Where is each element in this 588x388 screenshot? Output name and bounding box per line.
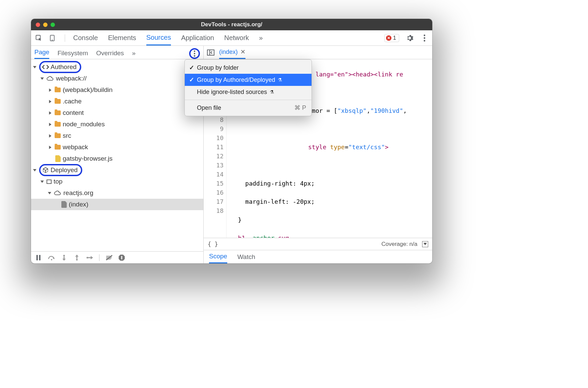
- tree-file-gatsby[interactable]: gatsby-browser.js: [31, 153, 203, 164]
- error-count: 1: [393, 35, 396, 41]
- svg-rect-10: [39, 255, 40, 260]
- step-out-icon[interactable]: [74, 254, 80, 261]
- tree-group-deployed[interactable]: Deployed: [31, 164, 203, 176]
- navigator-pane: Page Filesystem Overrides » Authored: [31, 46, 204, 263]
- cloud-icon: [54, 191, 61, 195]
- menu-group-by-folder[interactable]: ✓Group by folder: [185, 62, 312, 74]
- kebab-menu-icon[interactable]: [420, 34, 429, 42]
- folder-icon: [55, 99, 61, 104]
- step-icon[interactable]: [86, 254, 93, 261]
- svg-point-3: [424, 34, 425, 36]
- svg-rect-19: [88, 257, 91, 258]
- folder-icon: [55, 133, 61, 138]
- close-tab-icon[interactable]: ✕: [240, 48, 245, 56]
- svg-point-7: [194, 53, 195, 54]
- file-tree[interactable]: Authored webpack:// (webpack)/buildin .c…: [31, 59, 203, 251]
- document-icon: [61, 201, 67, 208]
- nav-tab-overrides[interactable]: Overrides: [96, 50, 124, 59]
- settings-icon[interactable]: [405, 34, 414, 42]
- svg-point-4: [424, 37, 425, 39]
- deployed-label: Deployed: [51, 166, 78, 174]
- tree-folder[interactable]: .cache: [31, 96, 203, 107]
- svg-point-12: [63, 255, 65, 256]
- svg-point-17: [76, 259, 78, 260]
- tab-scope[interactable]: Scope: [209, 250, 227, 263]
- menu-separator: [185, 100, 312, 100]
- collapse-icon[interactable]: [422, 241, 428, 247]
- tree-index-file[interactable]: (index): [31, 199, 203, 210]
- svg-rect-13: [64, 257, 65, 259]
- flask-icon: ⚗: [270, 89, 274, 95]
- tree-folder[interactable]: node_modules: [31, 119, 203, 130]
- nav-tab-page[interactable]: Page: [34, 48, 49, 59]
- tabs-overflow[interactable]: »: [259, 30, 263, 45]
- svg-rect-16: [77, 256, 78, 259]
- editor-footer: { } Coverage: n/a: [204, 238, 432, 250]
- tree-folder[interactable]: content: [31, 107, 203, 119]
- folder-icon: [55, 145, 61, 150]
- folder-icon: [55, 110, 61, 115]
- inspect-icon[interactable]: [34, 34, 43, 42]
- tree-folder[interactable]: (webpack)/buildin: [31, 84, 203, 96]
- window-title: DevTools - reactjs.org/: [31, 21, 432, 28]
- file-icon: [55, 155, 61, 162]
- menu-group-by-authored-deployed[interactable]: ✓Group by Authored/Deployed⚗: [185, 74, 312, 86]
- traffic-lights: [36, 23, 55, 27]
- svg-marker-20: [91, 256, 93, 259]
- tree-top[interactable]: top: [31, 176, 203, 187]
- toggle-navigator-icon[interactable]: [207, 50, 214, 56]
- navigator-options-menu: ✓Group by folder ✓Group by Authored/Depl…: [184, 59, 312, 116]
- package-icon: [42, 166, 49, 174]
- divider: [65, 34, 65, 42]
- navigator-more-button[interactable]: [189, 48, 200, 59]
- tab-console[interactable]: Console: [73, 30, 98, 45]
- device-toolbar-icon[interactable]: [48, 34, 57, 42]
- frame-icon: [47, 180, 52, 184]
- tab-network[interactable]: Network: [224, 30, 249, 45]
- tab-sources[interactable]: Sources: [146, 30, 171, 45]
- file-tabstrip: (index) ✕: [204, 46, 432, 59]
- svg-marker-14: [62, 259, 66, 261]
- tab-watch[interactable]: Watch: [237, 253, 255, 261]
- tree-folder[interactable]: webpack: [31, 141, 203, 153]
- svg-point-6: [194, 51, 195, 52]
- minimize-window-button[interactable]: [43, 23, 48, 27]
- devtools-window: DevTools - reactjs.org/ Console Elements…: [31, 19, 432, 263]
- authored-label: Authored: [51, 63, 77, 71]
- close-window-button[interactable]: [36, 23, 40, 27]
- step-into-icon[interactable]: [61, 254, 67, 261]
- menu-open-file[interactable]: Open file⌘ P: [185, 102, 312, 114]
- flask-icon: ⚗: [278, 77, 282, 83]
- tab-application[interactable]: Application: [181, 30, 214, 45]
- code-icon: [42, 63, 49, 71]
- cloud-icon: [47, 76, 54, 81]
- menu-hide-ignore-listed[interactable]: Hide ignore-listed sources⚗: [185, 86, 312, 98]
- pause-exceptions-icon[interactable]: [118, 254, 125, 261]
- nav-tabs-overflow[interactable]: »: [132, 50, 136, 59]
- titlebar: DevTools - reactjs.org/: [31, 19, 432, 30]
- deactivate-breakpoints-icon[interactable]: [106, 254, 112, 261]
- tab-elements[interactable]: Elements: [108, 30, 136, 45]
- svg-marker-25: [423, 243, 427, 245]
- step-over-icon[interactable]: [48, 254, 55, 261]
- folder-icon: [55, 88, 61, 92]
- debugger-toolbar: [31, 251, 203, 263]
- tree-origin[interactable]: reactjs.org: [31, 187, 203, 199]
- svg-rect-22: [121, 256, 122, 259]
- tree-group-authored[interactable]: Authored: [31, 61, 203, 73]
- nav-tab-filesystem[interactable]: Filesystem: [57, 50, 88, 59]
- tree-folder[interactable]: src: [31, 130, 203, 141]
- maximize-window-button[interactable]: [51, 23, 55, 27]
- coverage-label: Coverage: n/a: [381, 241, 417, 248]
- main-tabstrip: Console Elements Sources Application Net…: [31, 30, 432, 46]
- tree-webpack[interactable]: webpack://: [31, 73, 203, 84]
- pretty-print-button[interactable]: { }: [208, 241, 218, 248]
- file-tab-index[interactable]: (index) ✕: [219, 46, 245, 59]
- svg-point-8: [194, 55, 195, 57]
- error-count-pill[interactable]: ✕ 1: [384, 34, 399, 42]
- error-icon: ✕: [386, 35, 391, 41]
- navigator-tabs: Page Filesystem Overrides »: [31, 46, 203, 59]
- svg-point-11: [51, 259, 52, 260]
- svg-point-5: [424, 40, 425, 41]
- pause-icon[interactable]: [35, 254, 42, 261]
